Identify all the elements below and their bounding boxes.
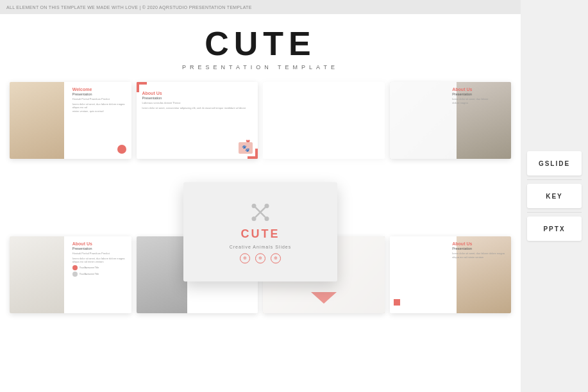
gslide-button[interactable]: GSLIDE [527, 151, 582, 176]
header-text: ALL ELEMENT ON THIS TEMPLATE WE MADE WIT… [6, 5, 252, 10]
slide-5-profile1: Your Awesome Title [72, 265, 127, 270]
triangle-icon [311, 292, 337, 304]
main-content: CUTE PRESENTATION TEMPLATE Welcome Prese… [0, 14, 521, 392]
right-sidebar: GSLIDE KEY PPTX [521, 0, 588, 392]
slide-8-heading: About Us [452, 241, 507, 246]
slide-5-subheading: Presentation [72, 247, 127, 250]
slide-2-heading: About Us [142, 91, 253, 95]
featured-title: CUTE [241, 227, 280, 241]
profile-avatar-1 [72, 265, 78, 270]
featured-icons: ⊕ ⊕ ⊕ [240, 253, 281, 263]
featured-icon-3[interactable]: ⊕ [271, 253, 281, 263]
pptx-label: PPTX [543, 225, 565, 233]
slide-1-body2: lorem dolor sit amet, duo labore dolore … [72, 102, 127, 110]
main-title: CUTE [182, 27, 339, 60]
profile-name-2: Your Awesome Title [80, 273, 99, 275]
slide-5-body: Honisdi Porttul Praedium Prediot [72, 252, 127, 256]
key-button[interactable]: KEY [527, 184, 582, 208]
slide-5-image [10, 236, 64, 313]
slide-8-text: About Us Presentation lorem dolor sit am… [450, 241, 508, 259]
slide-1-heading: Welcome [72, 87, 127, 92]
slide-1[interactable]: Welcome Presentation Honisdi Porttul Pra… [10, 82, 131, 159]
slide-1-image [10, 82, 64, 159]
slide-8-subheading: Presentation [452, 247, 507, 250]
slide-6-image [137, 236, 188, 313]
featured-icon-1[interactable]: ⊕ [240, 253, 250, 263]
key-label: KEY [546, 193, 563, 200]
featured-icon-2[interactable]: ⊕ [255, 253, 265, 263]
pptx-button[interactable]: PPTX [527, 216, 582, 241]
slide-5[interactable]: About Us Presentation Honisdi Porttul Pr… [10, 236, 131, 313]
slide-2-body2: lorem dolor sit amet, consectetur adipis… [142, 106, 253, 110]
subtitle: PRESENTATION TEMPLATE [182, 64, 339, 70]
bone-icon [249, 200, 272, 224]
slide-4[interactable]: About Us Presentation lorem dolor sit am… [390, 82, 512, 159]
featured-subtitle: Creative Animals Slides [230, 245, 292, 249]
header-bar: ALL ELEMENT ON THIS TEMPLATE WE MADE WIT… [0, 0, 588, 14]
slides-container: Welcome Presentation Honisdi Porttul Pra… [10, 82, 511, 386]
slide-1-body3: minim veniam, quis nostrud [72, 110, 127, 113]
gslide-label: GSLIDE [539, 160, 570, 167]
slide-4-heading: About Us [452, 87, 507, 92]
slide-1-body: Honisdi Porttul Praedium Prediot [72, 97, 127, 101]
slide-4-body2: dolore magna [452, 101, 507, 105]
slide-2-subheading: Presentation [142, 96, 253, 100]
slide-3[interactable] [263, 82, 385, 159]
slide-1-subheading: Presentation [72, 92, 127, 96]
slide-2-thumb: 🐾 [239, 142, 253, 154]
slide-8-accent [394, 299, 400, 306]
slide-1-badge [117, 145, 126, 154]
slide-2[interactable]: About Us Presentation Labreaus voistulas… [137, 82, 258, 159]
slide-4-text: About Us Presentation lorem dolor sit am… [450, 87, 508, 104]
title-section: CUTE PRESENTATION TEMPLATE [182, 27, 339, 70]
slide-5-profile2: Your Awesome Title [72, 272, 127, 277]
slide-8[interactable]: About Us Presentation lorem dolor sit am… [390, 236, 512, 313]
slide-2-body: Labreaus voistulas dotanit Thenut [142, 101, 253, 105]
slide-8-body: lorem dolor sit amet, duo labore dolore … [452, 252, 507, 259]
slide-4-subheading: Presentation [452, 92, 507, 96]
slide-5-body2: lorem dolor sit amet, duo labore dolore … [72, 257, 127, 264]
slide-5-heading: About Us [72, 241, 127, 246]
profile-name-1: Your Awesome Title [80, 266, 99, 269]
slide-2-text: About Us Presentation Labreaus voistulas… [140, 91, 255, 110]
profile-avatar-2 [72, 272, 78, 277]
slide-5-text: About Us Presentation Honisdi Porttul Pr… [71, 241, 129, 277]
featured-slide[interactable]: CUTE Creative Animals Slides ⊕ ⊕ ⊕ [183, 182, 337, 281]
slide-1-text: Welcome Presentation Honisdi Porttul Pra… [71, 87, 129, 113]
